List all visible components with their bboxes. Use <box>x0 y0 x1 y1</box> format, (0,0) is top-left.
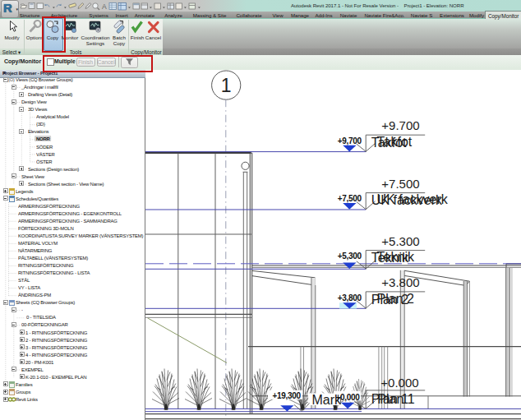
svg-text:Plan 2: Plan 2 <box>377 292 414 306</box>
svg-text:+7.500: +7.500 <box>381 177 419 191</box>
svg-text:UK fackverk: UK fackverk <box>377 192 449 206</box>
svg-text:+3.800: +3.800 <box>381 275 419 289</box>
svg-text:Takfot: Takfot <box>377 135 413 149</box>
svg-text:+5.300: +5.300 <box>381 234 419 248</box>
svg-text:Teknik: Teknik <box>377 250 415 264</box>
svg-text:+9.700: +9.700 <box>381 118 419 132</box>
svg-text:+7,500: +7,500 <box>338 194 362 203</box>
svg-text:Plan 1: Plan 1 <box>377 392 414 406</box>
svg-text:+0.000: +0.000 <box>380 376 418 390</box>
svg-text:+9,700: +9,700 <box>338 136 362 145</box>
svg-text:A: A <box>102 2 107 10</box>
svg-text:1: 1 <box>221 75 232 96</box>
svg-text:+19,300: +19,300 <box>272 391 301 400</box>
svg-text:+0,000: +0,000 <box>336 393 361 402</box>
svg-text:+3,800: +3,800 <box>338 293 362 302</box>
svg-text:+5,300: +5,300 <box>338 252 362 261</box>
